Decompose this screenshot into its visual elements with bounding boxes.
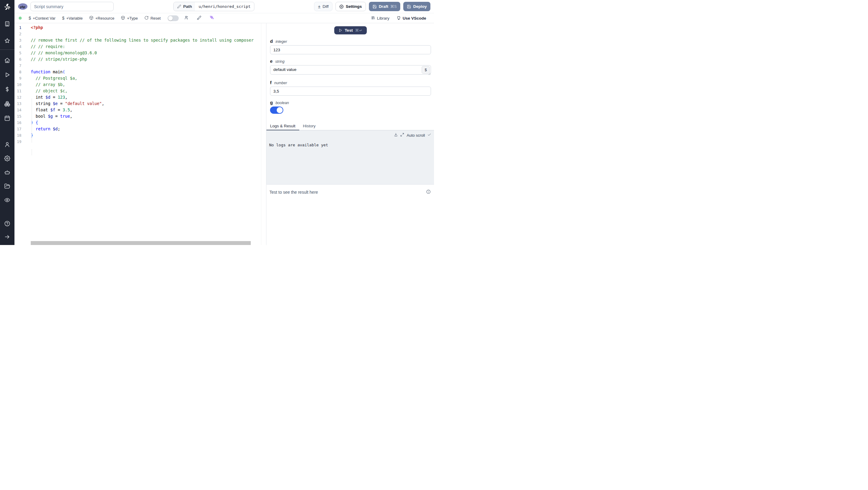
sidebar-home-icon[interactable]	[2, 55, 12, 65]
code-line[interactable]: 1<?php	[14, 24, 266, 31]
diff-mode-toggle[interactable]	[167, 16, 179, 21]
code-line[interactable]: 12 int $d = 123,	[14, 94, 266, 100]
line-number: 15	[14, 113, 31, 119]
draft-button[interactable]: Draft ⌘S	[369, 2, 400, 11]
field-type: boolean	[276, 101, 289, 105]
indent-guide	[32, 98, 32, 143]
code-line[interactable]: 15 bool $g = true,	[14, 113, 266, 119]
line-number: 3	[14, 37, 31, 44]
field-name-d: d	[270, 39, 273, 44]
code-line[interactable]: 5// // monolog/monolog@3.6.0	[14, 50, 266, 56]
insert-variable-button[interactable]: $	[422, 66, 430, 74]
add-variable-button[interactable]: $+Variable	[59, 14, 85, 22]
path-field[interactable]: Path u/henri/honored_script	[173, 2, 254, 11]
code-line[interactable]: 19	[14, 139, 266, 145]
code-editor[interactable]: 1<?php23// remove the first // of the fo…	[14, 23, 266, 245]
download-logs-icon[interactable]	[394, 133, 398, 138]
format-brush-icon[interactable]	[195, 14, 203, 22]
code-line[interactable]: 16) {	[14, 119, 266, 126]
code-line[interactable]: 3// remove the first // of the following…	[14, 37, 266, 44]
language-badge-php: php	[18, 3, 27, 10]
line-number: 14	[14, 107, 31, 113]
line-number: 4	[14, 44, 31, 50]
sidebar-dollar-icon[interactable]	[2, 84, 12, 94]
field-name-f: f	[270, 80, 272, 85]
run-panel: Test ⌘↵ dintegerestring$fnumbergboolean …	[266, 23, 434, 245]
sidebar-gear-icon[interactable]	[2, 153, 12, 164]
library-button[interactable]: Library	[368, 16, 393, 21]
code-line[interactable]: 17 return $d;	[14, 126, 266, 132]
field-input-d[interactable]	[270, 45, 431, 54]
test-button[interactable]: Test ⌘↵	[334, 26, 367, 34]
arguments-form: Test ⌘↵ dintegerestring$fnumbergboolean	[267, 23, 434, 123]
code-line[interactable]: 8function main(	[14, 69, 266, 75]
autoscroll-check-icon[interactable]	[427, 133, 431, 138]
line-number: 17	[14, 126, 31, 132]
dollar-icon: $	[29, 16, 31, 21]
sidebar-arrow-right-icon[interactable]	[2, 232, 12, 242]
panel-tabs: Logs & Result History	[267, 123, 434, 131]
reset-button[interactable]: Reset	[142, 14, 163, 22]
sidebar-help-icon[interactable]	[2, 219, 12, 229]
save-icon	[373, 4, 377, 9]
gear-icon	[339, 4, 344, 9]
sidebar-bot-icon[interactable]	[2, 167, 12, 177]
sidebar-star-icon[interactable]	[2, 36, 12, 46]
logs-pane: Auto scroll No logs are available yet	[267, 131, 434, 185]
line-number: 1	[14, 24, 31, 31]
deploy-button[interactable]: Deploy	[403, 2, 430, 11]
add-type-button[interactable]: +Type	[118, 14, 141, 22]
package-icon	[121, 16, 125, 21]
line-number: 11	[14, 88, 31, 94]
sidebar-calendar-icon[interactable]	[2, 113, 12, 123]
code-line[interactable]: 11 // object $c,	[14, 88, 266, 94]
library-icon	[371, 16, 375, 21]
add-resource-button[interactable]: +Resource	[87, 14, 117, 22]
sidebar-boxes-icon[interactable]	[2, 99, 12, 109]
code-line[interactable]: 4// // require:	[14, 44, 266, 50]
code-line[interactable]: 6// // stripe/stripe-php	[14, 56, 266, 62]
code-line[interactable]: 9 // Postgresql $a,	[14, 75, 266, 82]
result-placeholder-text: Test to see the result here	[270, 190, 318, 195]
autoscroll-label[interactable]: Auto scroll	[407, 133, 425, 138]
line-number: 16	[14, 119, 31, 126]
field-toggle-g[interactable]	[270, 107, 283, 114]
script-summary-input[interactable]	[30, 2, 114, 11]
settings-button[interactable]: Settings	[336, 2, 366, 11]
field-input-f[interactable]	[270, 87, 431, 96]
sidebar-eye-icon[interactable]	[2, 195, 12, 205]
code-line[interactable]: 13 string $e = "default value",	[14, 100, 266, 107]
line-number: 19	[14, 139, 31, 145]
info-icon[interactable]	[426, 190, 431, 195]
draft-shortcut: ⌘S	[390, 4, 397, 9]
code-line[interactable]: 7	[14, 62, 266, 69]
windmill-logo-icon[interactable]	[0, 0, 14, 14]
tab-logs-result[interactable]: Logs & Result	[267, 124, 299, 130]
save-icon	[407, 4, 411, 9]
line-number: 7	[14, 62, 31, 69]
field-type: string	[275, 59, 284, 64]
code-line[interactable]: 2	[14, 31, 266, 37]
code-line[interactable]: 18}	[14, 132, 266, 139]
play-icon	[338, 28, 342, 32]
tab-history[interactable]: History	[299, 124, 319, 130]
sidebar-user-icon[interactable]	[2, 139, 12, 150]
expand-logs-icon[interactable]	[400, 133, 404, 138]
use-vscode-button[interactable]: Use VScode	[394, 16, 429, 21]
path-value: u/henri/honored_script	[195, 4, 254, 9]
diff-button[interactable]: ± Diff	[314, 2, 333, 11]
sidebar-folder-icon[interactable]	[2, 181, 12, 191]
line-number: 5	[14, 50, 31, 56]
app-root: php Path u/henri/honored_script ± Diff S…	[0, 0, 434, 245]
code-line[interactable]: 14 float $f = 3.5,	[14, 107, 266, 113]
horizontal-scrollbar[interactable]	[31, 241, 251, 245]
line-number: 10	[14, 82, 31, 88]
sidebar-play-icon[interactable]	[2, 70, 12, 80]
multiplayer-icon[interactable]	[182, 14, 190, 22]
field-textarea-e[interactable]	[270, 65, 431, 75]
ai-sparkles-icon[interactable]	[208, 14, 216, 22]
add-context-var-button[interactable]: $+Context Var	[26, 14, 58, 22]
sidebar-building-icon[interactable]	[2, 19, 12, 29]
code-line[interactable]: 10 // array $b,	[14, 82, 266, 88]
field-type: number	[274, 81, 287, 85]
